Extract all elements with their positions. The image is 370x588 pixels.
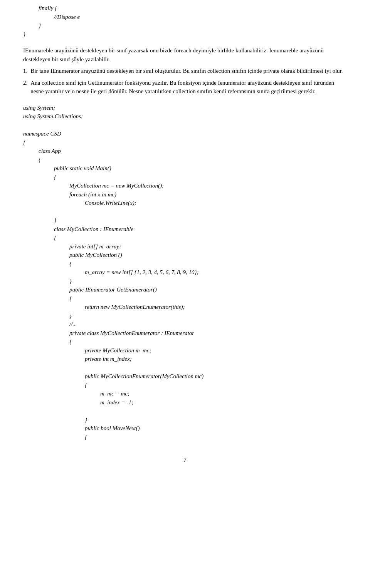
page-number: 7 xyxy=(23,457,347,463)
code-class-app-open: { xyxy=(23,156,347,164)
code-enumerator-constructor: public MyCollectionEnumerator(MyCollecti… xyxy=(23,372,347,381)
code-foreach: foreach (int x in mc) xyxy=(23,190,347,199)
code-private-int-array: private int[] m_array; xyxy=(23,242,347,251)
code-mycollection-open: { xyxy=(23,233,347,242)
code-using-collections: using System.Collections; xyxy=(23,112,347,121)
code-blank1 xyxy=(23,121,347,130)
prose-section: IEnumareble arayüzünü destekleyen bir sı… xyxy=(23,46,347,96)
code-line-brace-close2: } xyxy=(23,30,347,39)
item1-text: Bir tane IEnumerator arayüzünü destekley… xyxy=(30,67,343,75)
code-constructor-open: { xyxy=(23,260,347,268)
code-private-mc: private MyCollection m_mc; xyxy=(23,346,347,355)
prose-paragraph1: IEnumareble arayüzünü destekleyen bir sı… xyxy=(23,46,347,64)
code-return-enumerator: return new MyCollectionEnumerator(this); xyxy=(23,303,347,312)
code-constructor-close: } xyxy=(23,277,347,286)
code-private-index: private int m_index; xyxy=(23,355,347,364)
code-comment: //... xyxy=(23,320,347,329)
code-getenumerator: public IEnumerator GetEnumerator() xyxy=(23,285,347,294)
code-line-brace-close1: } xyxy=(23,21,347,30)
code-getenumerator-close: } xyxy=(23,312,347,320)
code-blank4 xyxy=(23,407,347,415)
code-mindex-assign: m_index = -1; xyxy=(23,398,347,407)
top-code-block: finally { //Dispose e } } xyxy=(23,4,347,39)
code-getenumerator-open: { xyxy=(23,294,347,303)
code-main-close: } xyxy=(23,216,347,225)
item2-text: Ana collection sınıf için GetEnumerator … xyxy=(30,79,347,96)
code-marray-init: m_array = new int[] {1, 2, 3, 4, 5, 6, 7… xyxy=(23,268,347,277)
code-line-finally: finally { xyxy=(23,4,347,13)
code-namespace: namespace CSD xyxy=(23,129,347,138)
code-movenext: public bool MoveNext() xyxy=(23,424,347,433)
numbered-item-2: 2. Ana collection sınıf için GetEnumerat… xyxy=(23,79,347,96)
code-ns-open: { xyxy=(23,138,347,147)
code-enum-constructor-open: { xyxy=(23,381,347,390)
code-mycollection-new: MyCollection mc = new MyCollection(); xyxy=(23,181,347,190)
code-enum-constructor-close: } xyxy=(23,415,347,424)
item2-number: 2. xyxy=(23,79,27,96)
numbered-item-1: 1. Bir tane IEnumerator arayüzünü destek… xyxy=(23,67,347,75)
item1-number: 1. xyxy=(23,67,27,75)
code-movenext-open: { xyxy=(23,433,347,442)
code-enumerator-open: { xyxy=(23,337,347,346)
code-using-system: using System; xyxy=(23,104,347,112)
code-class-mycollection: class MyCollection : IEnumerable xyxy=(23,225,347,234)
code-main-method: public static void Main() xyxy=(23,164,347,173)
code-blank3 xyxy=(23,364,347,372)
code-blank2 xyxy=(23,208,347,216)
page-content: finally { //Dispose e } } IEnumareble ar… xyxy=(23,0,347,463)
code-writeline: Console.WriteLine(x); xyxy=(23,199,347,208)
code-mmc-assign: m_mc = mc; xyxy=(23,389,347,398)
code-public-mycollection: public MyCollection () xyxy=(23,251,347,260)
code-private-class: private class MyCollectionEnumerator : I… xyxy=(23,329,347,338)
main-code-block: using System; using System.Collections; … xyxy=(23,104,347,442)
code-line-dispose: //Dispose e xyxy=(23,13,347,22)
code-main-open: { xyxy=(23,173,347,182)
code-class-app: class App xyxy=(23,147,347,156)
